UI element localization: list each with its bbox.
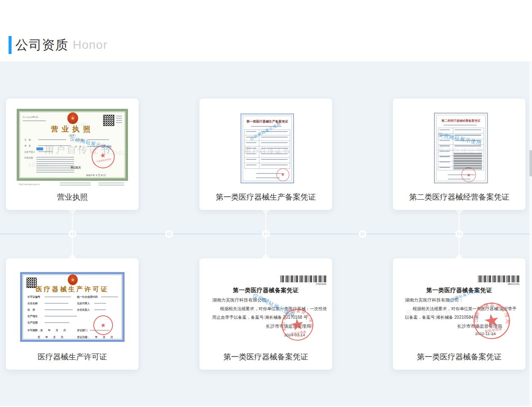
text-line (45, 303, 68, 304)
barcode (280, 275, 327, 282)
section-subtitle: Honor (73, 38, 107, 52)
field-label: 生产地址 (27, 315, 38, 317)
card-caption: 营业执照 (6, 192, 139, 202)
text-line (45, 296, 71, 297)
card-caption: 第一类医疗器械生产备案凭证 (199, 192, 332, 202)
section-title: 公司资质 (15, 36, 68, 54)
field-label: 企业负责人 (77, 308, 90, 311)
official-seal: 长沙市市场监督管理局 审批专用章 1-3 (469, 298, 515, 344)
permit-certificate-image: ★ 医疗器械生产许可证 许可证编号 企业名称 住 所 生产地址 生产范围 统一社… (20, 272, 125, 342)
connector-arrow-up (455, 254, 464, 258)
certificate-card-business-license[interactable]: ★ 统一社会信用代码 营业执照 （副本） 名 称 类 型 法定代表人 经营范围 … (6, 99, 139, 210)
red-seal: ★ (275, 167, 291, 183)
svg-text:1-3: 1-3 (492, 332, 496, 336)
seal-star-icon: ★ (280, 172, 285, 177)
certificate-card-operation-filing[interactable]: 第二类医疗器械经营备案凭证 ★ 用户自传证书 仅供网站展示使用 第二类医疗器械经… (393, 99, 526, 210)
scrollbar-thumb[interactable] (529, 150, 532, 177)
red-seal: ★ (92, 314, 114, 336)
barcode-label: RBSXOCR1 (479, 283, 520, 285)
field-label: 生产范围 (27, 321, 38, 324)
seal-text: 行政审批专用章 (96, 157, 112, 163)
field-label: 类 型 (24, 145, 31, 147)
timeline-node (359, 230, 366, 238)
certificate-card-device-filing-1[interactable]: 07MION48 第一类医疗器械备案凭证 湖南力宾医疗科技有限公司： 根据相关法… (199, 258, 332, 370)
connector-arrow-down (68, 210, 77, 214)
text-line (45, 322, 69, 323)
honor-section: ★ 统一社会信用代码 营业执照 （副本） 名 称 类 型 法定代表人 经营范围 … (0, 61, 532, 406)
text-line (101, 296, 118, 297)
field-label: 经营范围 (24, 157, 33, 159)
card-caption: 医疗器械生产许可证 (6, 352, 139, 362)
national-emblem-icon: ★ (68, 274, 78, 285)
field-label: 法定代表人 (77, 302, 90, 305)
upload-watermark: 用户自传证书 (437, 147, 484, 156)
certificate-card-production-permit[interactable]: ★ 医疗器械生产许可证 许可证编号 企业名称 住 所 生产地址 生产范围 统一社… (6, 258, 139, 370)
seal-star-icon: ★ (466, 172, 471, 178)
text-line (38, 139, 66, 140)
text-line (45, 309, 73, 310)
certificate-card-production-filing[interactable]: 第一类医疗器械生产备案凭证 ★ 用户自传证书 仅供网站展示使用 第一类医疗器械生… (199, 99, 332, 210)
text-line (94, 303, 106, 304)
document-title: 第一类医疗器械备案凭证 (199, 287, 332, 294)
registrar-label: 登记机关 (71, 166, 81, 169)
connector-arrow-down (262, 210, 270, 214)
timeline-node (262, 230, 270, 238)
timeline-node (165, 230, 173, 238)
svg-text:1-3: 1-3 (297, 335, 301, 338)
document-title: 第一类医疗器械备案凭证 (393, 287, 526, 294)
barcode (478, 275, 520, 282)
upload-watermark: 用户自传证书 (406, 309, 452, 317)
text-line (94, 309, 106, 310)
timeline-node (455, 230, 463, 238)
fine-print-lines (98, 183, 124, 186)
credit-code-label: 统一社会信用代码 (23, 117, 38, 119)
field-label: 法定代表人 (24, 151, 35, 153)
issue-date-label: 发证日期： 年 月 日 (77, 336, 113, 338)
card-caption: 第一类医疗器械备案凭证 (199, 352, 332, 362)
timeline-node (68, 230, 76, 238)
fine-print-lines (116, 116, 122, 124)
text-line (23, 120, 46, 121)
card-caption: 第二类医疗器械经营备案凭证 (393, 192, 526, 202)
field-label: 统一社会信用代码 (77, 296, 98, 298)
issuer-label: 发证部门 (77, 329, 87, 332)
license-blue-stamp (36, 147, 43, 150)
text-line (45, 316, 77, 317)
certificate-title: 第一类医疗器械生产备案凭证 (241, 120, 293, 124)
term-label: 许可期限：自 年 月 日 (27, 329, 66, 332)
barcode-label: 07MION48 (285, 283, 326, 285)
card-caption: 第一类医疗器械备案凭证 (393, 352, 526, 362)
text-line (443, 125, 477, 126)
footer-url: http://www.gsxt.gov.cn (19, 183, 40, 186)
connector-arrow-up (262, 254, 270, 258)
field-label: 名 称 (24, 139, 31, 141)
upload-watermark: 用户自传证书 (224, 307, 268, 315)
text-line (256, 177, 280, 178)
term-label: 至 年 月 日 (38, 336, 63, 338)
scrollbar-track[interactable] (529, 61, 532, 406)
certificate-card-device-filing-2[interactable]: RBSXOCR1 第一类医疗器械备案凭证 湖南力宾医疗科技有限公司： 根据相关法… (393, 258, 526, 370)
connector-arrow-down (455, 210, 464, 214)
certificate-title: 医疗器械生产许可证 (22, 285, 122, 293)
seal-star-icon: ★ (100, 322, 106, 329)
field-label: 许可证编号 (27, 296, 40, 298)
fine-print-lines (60, 183, 91, 186)
tiled-watermark: SCJDGL (66, 122, 88, 127)
upload-watermark: 用户自传证书 (244, 147, 290, 156)
field-label: 企业名称 (27, 302, 38, 305)
qr-code (103, 115, 114, 126)
connector-arrow-up (68, 254, 77, 258)
issue-date: 2023 年 3 月 8 日 (86, 174, 106, 177)
tiled-watermark: SCJDGL (28, 163, 50, 168)
certificate-title: 第二类医疗器械经营备案凭证 (435, 119, 487, 123)
field-label: 住 所 (27, 308, 35, 311)
section-header: 公司资质 Honor (9, 36, 107, 54)
accent-bar (9, 36, 12, 54)
